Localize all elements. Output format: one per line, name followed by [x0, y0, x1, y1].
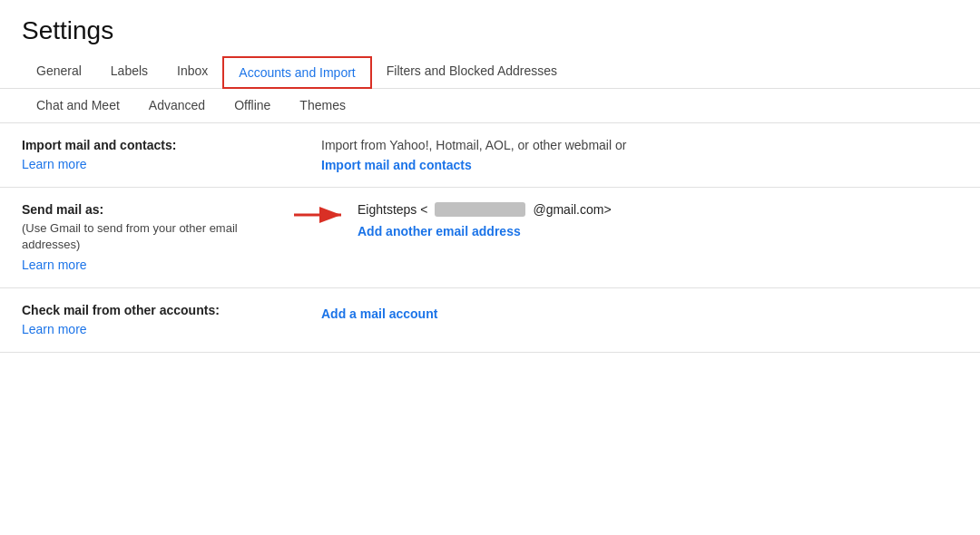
import-mail-label: Import mail and contacts: [22, 138, 294, 152]
import-mail-row: Import mail and contacts: Learn more Imp… [0, 123, 980, 188]
page-title: Settings [0, 0, 980, 54]
tab-accounts-and-import[interactable]: Accounts and Import [222, 56, 371, 89]
add-email-action-link[interactable]: Add another email address [358, 224, 958, 238]
send-mail-sublabel: (Use Gmail to send from your other email… [22, 220, 294, 253]
red-arrow-icon [294, 202, 348, 228]
send-mail-learn-more[interactable]: Learn more [22, 258, 87, 272]
tab-offline[interactable]: Offline [220, 89, 285, 123]
tab-chat-and-meet[interactable]: Chat and Meet [22, 89, 134, 123]
tab-advanced[interactable]: Advanced [134, 89, 220, 123]
import-mail-action-link[interactable]: Import mail and contacts [321, 158, 958, 172]
settings-table: Import mail and contacts: Learn more Imp… [0, 123, 980, 353]
check-mail-label-col: Check mail from other accounts: Learn mo… [22, 303, 312, 337]
tab-inbox[interactable]: Inbox [162, 54, 222, 89]
email-display-row: Eightsteps < @gmail.com> [358, 202, 958, 217]
check-mail-label: Check mail from other accounts: [22, 303, 294, 317]
send-mail-row: Send mail as: (Use Gmail to send from yo… [0, 188, 980, 288]
import-mail-learn-more[interactable]: Learn more [22, 157, 87, 171]
send-mail-label-col: Send mail as: (Use Gmail to send from yo… [22, 202, 312, 273]
email-blurred-portion [435, 202, 525, 217]
tab-filters-and-blocked[interactable]: Filters and Blocked Addresses [372, 54, 572, 89]
import-mail-label-col: Import mail and contacts: Learn more [22, 138, 312, 172]
tab-general[interactable]: General [22, 54, 96, 89]
send-mail-label: Send mail as: [22, 202, 294, 217]
check-mail-row: Check mail from other accounts: Learn mo… [0, 288, 980, 353]
tabs-row1: General Labels Inbox Accounts and Import… [0, 54, 980, 89]
tab-themes[interactable]: Themes [285, 89, 360, 123]
send-mail-content: Eightsteps < @gmail.com> Add another ema… [312, 202, 958, 238]
tabs-row2: Chat and Meet Advanced Offline Themes [0, 89, 980, 123]
import-mail-content: Import from Yahoo!, Hotmail, AOL, or oth… [312, 138, 958, 172]
add-mail-account-link[interactable]: Add a mail account [321, 306, 958, 321]
import-mail-description: Import from Yahoo!, Hotmail, AOL, or oth… [321, 138, 958, 152]
email-prefix: Eightsteps < [358, 202, 427, 217]
tab-labels[interactable]: Labels [96, 54, 162, 89]
email-suffix: @gmail.com> [533, 202, 611, 217]
check-mail-learn-more[interactable]: Learn more [22, 322, 87, 336]
check-mail-content: Add a mail account [312, 303, 958, 321]
